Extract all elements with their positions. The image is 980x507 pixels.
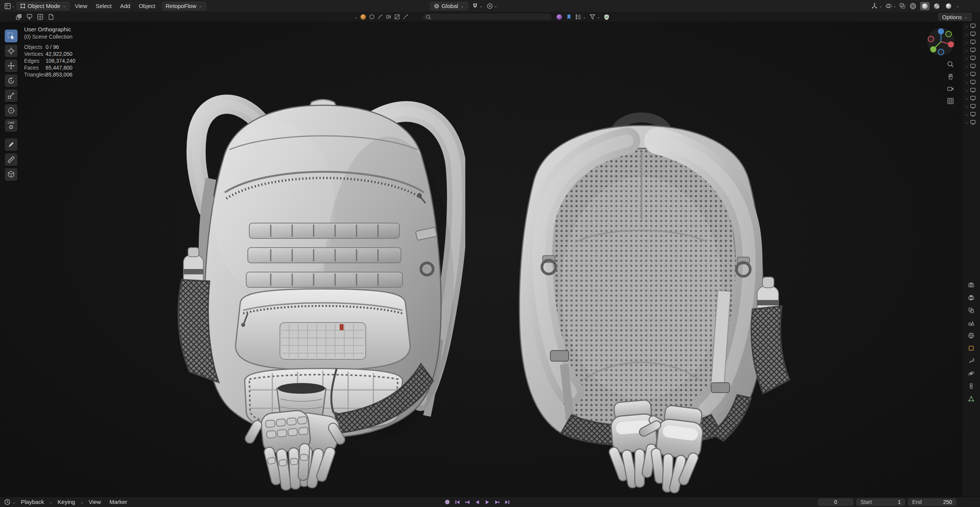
outliner-row[interactable]: ⌄: [962, 30, 980, 38]
jump-to-end-button[interactable]: [503, 498, 511, 506]
page-fold-icon[interactable]: [47, 13, 54, 20]
falloff-icon[interactable]: [377, 14, 383, 20]
asset-ball-icon[interactable]: [556, 14, 563, 20]
search-input[interactable]: [434, 13, 549, 20]
select-box-tool[interactable]: [5, 29, 18, 42]
matcap-chevron[interactable]: ⌄: [354, 15, 358, 19]
matcap-ball-icon[interactable]: [360, 14, 366, 20]
layer-stack-icon[interactable]: [15, 13, 22, 20]
play-reverse-button[interactable]: [473, 498, 481, 506]
stroke-icon[interactable]: [402, 14, 409, 20]
outliner-row[interactable]: ⌄: [962, 46, 980, 54]
properties-tab-view-layer[interactable]: [965, 306, 977, 315]
outliner-row[interactable]: ⌄: [962, 54, 980, 62]
mirror-icon[interactable]: [386, 14, 392, 20]
search-bar[interactable]: [422, 13, 552, 21]
transform-tool[interactable]: [5, 104, 18, 117]
shading-rendered-button[interactable]: [944, 2, 953, 10]
properties-tab-modifiers[interactable]: [965, 357, 977, 365]
properties-tab-output[interactable]: [965, 293, 977, 302]
outliner-row[interactable]: ⌄: [962, 118, 980, 126]
timeline-menu-playback[interactable]: Playback: [17, 497, 47, 507]
outliner-row[interactable]: ⌄: [962, 86, 980, 94]
menu-add[interactable]: Add: [116, 0, 134, 12]
toggle-ortho-grid-button[interactable]: [946, 97, 955, 105]
annotate-tool[interactable]: [5, 138, 18, 151]
zoom-button[interactable]: [946, 60, 955, 68]
properties-tab-data[interactable]: [965, 395, 977, 403]
gizmo-axis-x[interactable]: [948, 41, 954, 47]
timeline-editor-icon[interactable]: [4, 499, 11, 505]
editor-type-selector[interactable]: ⌄: [4, 2, 15, 10]
gizmo-axis-y-neg[interactable]: [946, 31, 952, 37]
menu-view[interactable]: View: [71, 0, 90, 12]
camera-view-button[interactable]: [946, 85, 955, 93]
outliner-row[interactable]: ⌄: [962, 22, 980, 30]
object-backpack-front-view[interactable]: [159, 79, 465, 507]
texture-icon[interactable]: [394, 14, 400, 20]
scale-tool[interactable]: [5, 89, 18, 102]
frame-end-field[interactable]: End250: [908, 499, 956, 506]
properties-tab-physics[interactable]: [965, 369, 977, 378]
shading-options-chevron[interactable]: ⌄: [956, 4, 959, 8]
options-button[interactable]: Options ⌄: [938, 13, 972, 21]
gizmo-axis-z[interactable]: [938, 28, 944, 34]
timeline-menu-marker[interactable]: Marker: [106, 497, 131, 507]
outliner-row[interactable]: ⌄: [962, 70, 980, 78]
menu-select[interactable]: Select: [92, 0, 115, 12]
bookmark-icon[interactable]: [566, 14, 572, 20]
cursor-tool[interactable]: [5, 44, 18, 57]
shading-solid-button[interactable]: [920, 2, 929, 10]
properties-tab-scene[interactable]: [965, 319, 977, 327]
show-gizmo-toggle[interactable]: ⌄: [871, 3, 882, 9]
shading-material-button[interactable]: [932, 2, 941, 10]
copy-down-icon[interactable]: [26, 13, 33, 20]
filter-list-toggle[interactable]: ⌄: [575, 14, 586, 20]
outliner-row[interactable]: ⌄: [962, 62, 980, 70]
shading-wireframe-button[interactable]: [908, 2, 918, 10]
mode-selector[interactable]: Object Mode ⌄: [16, 2, 70, 10]
move-tool[interactable]: [5, 59, 18, 72]
play-button[interactable]: [483, 498, 491, 506]
toggle-xray-button[interactable]: [899, 3, 906, 9]
properties-tab-world[interactable]: [965, 331, 977, 340]
auto-key-record-button[interactable]: [443, 498, 451, 506]
next-keyframe-button[interactable]: [493, 498, 501, 506]
timeline-menu-keying[interactable]: Keying: [54, 497, 79, 507]
timeline-menu-view[interactable]: View: [85, 497, 104, 507]
transform-orientation-selector[interactable]: Global ⌄: [430, 2, 468, 10]
outliner-row[interactable]: ⌄: [962, 78, 980, 86]
menu-retopoflow[interactable]: RetopoFlow ⌄: [162, 2, 206, 10]
outliner-row[interactable]: ⌄: [962, 38, 980, 46]
current-frame-field[interactable]: 0: [818, 499, 853, 506]
snap-toggle[interactable]: ⌄: [472, 3, 483, 9]
3d-viewport[interactable]: User Orthographic (0) Scene Collection O…: [0, 22, 980, 497]
viewport-navigation-gizmo[interactable]: [926, 27, 955, 56]
gizmo-axis-z-neg[interactable]: [938, 49, 944, 55]
add-cube-tool[interactable]: [5, 168, 18, 181]
view-orientation-label: User Orthographic: [24, 26, 72, 33]
outliner-row[interactable]: ⌄: [962, 102, 980, 110]
measure-tool[interactable]: [5, 153, 18, 166]
outliner-row[interactable]: ⌄: [962, 110, 980, 118]
outliner-row[interactable]: ⌄: [962, 94, 980, 102]
show-overlays-toggle[interactable]: ⌄: [885, 3, 897, 9]
object-backpack-back-view[interactable]: [484, 104, 798, 507]
gizmo-axis-x-neg[interactable]: [928, 36, 934, 42]
properties-tab-render[interactable]: [965, 281, 977, 289]
menu-object[interactable]: Object: [135, 0, 159, 12]
properties-tab-constraints[interactable]: [965, 382, 977, 390]
properties-tab-object[interactable]: [965, 344, 977, 352]
filter-funnel-toggle[interactable]: ⌄: [589, 14, 600, 20]
pan-hand-button[interactable]: [946, 72, 955, 81]
prev-keyframe-button[interactable]: [463, 498, 471, 506]
frame-start-field[interactable]: Start1: [856, 499, 905, 506]
brush-icon[interactable]: [369, 14, 375, 20]
jump-to-start-button[interactable]: [453, 498, 461, 506]
cad-sketcher-tool[interactable]: CAD: [5, 119, 18, 132]
proportional-editing-toggle[interactable]: ⌄: [487, 3, 497, 9]
shield-check-icon[interactable]: [604, 14, 610, 20]
gizmo-axis-y[interactable]: [930, 46, 936, 52]
grid-cells-icon[interactable]: [37, 13, 44, 20]
rotate-tool[interactable]: [5, 74, 18, 87]
